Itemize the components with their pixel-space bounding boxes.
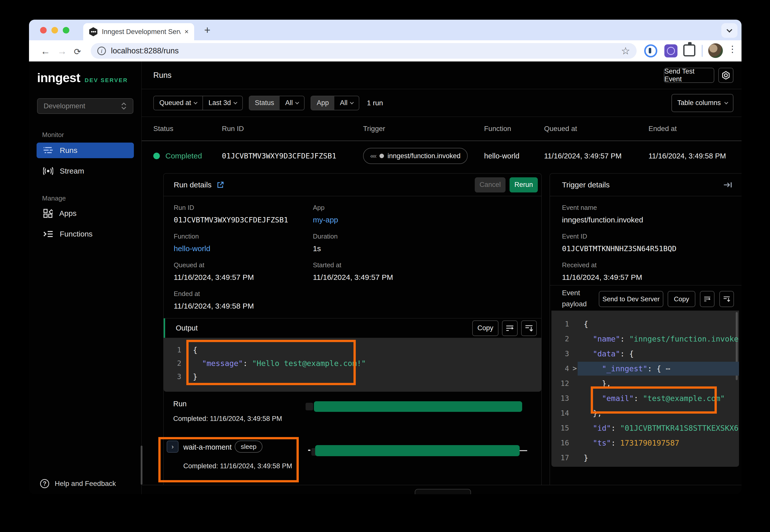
run-id-value: 01JCVBTMV3WXY9D3CFDEJFZSB1: [174, 215, 313, 225]
status-filter-value[interactable]: All: [280, 96, 304, 110]
send-test-event-button[interactable]: Send Test Event: [664, 68, 714, 83]
browser-tab[interactable]: Inngest Development Server ×: [83, 23, 194, 40]
select-updown-icon: [121, 102, 127, 110]
sidebar-item-runs[interactable]: Runs: [37, 143, 134, 158]
col-queued-at: Queued at: [544, 125, 649, 133]
password-manager-extension-icon[interactable]: [644, 44, 657, 57]
payload-scroll-bottom-button[interactable]: [719, 291, 734, 307]
code-line: 17}: [551, 450, 739, 465]
table-header: Status Run ID Trigger Function Queued at…: [142, 117, 742, 141]
tab-search-button[interactable]: [721, 23, 738, 38]
line-number: 3: [551, 350, 569, 358]
event-dot-icon: [379, 154, 384, 158]
rerun-button[interactable]: Rerun: [509, 177, 538, 192]
run-count: 1 run: [367, 99, 383, 107]
queued-at-value: 11/16/2024, 3:49:57 PM: [174, 272, 313, 282]
extensions-puzzle-icon[interactable]: [683, 44, 695, 56]
event-payload-label2: payload: [562, 300, 587, 308]
url-bar[interactable]: i localhost:8288/runs ☆: [91, 43, 637, 59]
output-copy-button[interactable]: Copy: [472, 320, 498, 336]
chevron-down-icon: [233, 100, 237, 104]
settings-gear-button[interactable]: [718, 68, 733, 83]
word-wrap-button[interactable]: [502, 320, 518, 336]
event-id-label: Event ID: [562, 232, 731, 241]
step-timeline-bar[interactable]: [315, 445, 520, 456]
col-status: Status: [153, 125, 222, 133]
maximize-window-button[interactable]: [63, 27, 69, 34]
cutoff-button[interactable]: [415, 489, 471, 494]
table-columns-button[interactable]: Table columns: [672, 94, 733, 112]
page-title: Runs: [153, 71, 171, 80]
url-text[interactable]: localhost:8288/runs: [111, 46, 621, 55]
trigger-event-pill[interactable]: «« inngest/function.invoked: [363, 148, 468, 164]
queued-at-label: Queued at: [174, 261, 313, 269]
line-number: 12: [551, 379, 569, 388]
code-line: 15 "id": "01JCVBTMTKR41S8STTKEXSKX6C",: [551, 421, 739, 436]
external-link-icon[interactable]: [217, 181, 224, 189]
minimize-window-button[interactable]: [51, 27, 58, 34]
cancel-button[interactable]: Cancel: [475, 177, 505, 192]
status-filter[interactable]: Status All: [249, 96, 305, 110]
profile-avatar[interactable]: [708, 43, 723, 58]
scroll-to-bottom-button[interactable]: [521, 320, 537, 336]
sidebar-item-functions[interactable]: Functions: [37, 226, 134, 242]
help-icon: ?: [40, 479, 49, 488]
step-bar-right-line: [520, 450, 527, 451]
queued-at-cell: 11/16/2024, 3:49:57 PM: [544, 152, 649, 160]
run-queue-stub: [306, 403, 313, 410]
duration-label: Duration: [313, 232, 531, 241]
functions-icon: [43, 230, 53, 238]
function-link[interactable]: hello-world: [174, 244, 313, 254]
help-and-feedback[interactable]: ? Help and Feedback: [40, 479, 116, 488]
payload-word-wrap-button[interactable]: [700, 291, 715, 307]
help-label: Help and Feedback: [55, 480, 116, 488]
app-link[interactable]: my-app: [313, 215, 531, 225]
collapse-panel-icon[interactable]: [723, 181, 732, 189]
run-info-grid: Run ID 01JCVBTMV3WXY9D3CFDEJFZSB1 App my…: [163, 196, 541, 318]
back-button[interactable]: ←: [41, 46, 50, 57]
site-info-icon[interactable]: i: [97, 47, 106, 55]
bookmark-star-icon[interactable]: ☆: [621, 45, 630, 57]
line-number: 17: [551, 454, 569, 462]
run-details-panel: Run details Cancel Rerun Run ID 01JCVBTM…: [163, 173, 541, 485]
timeline-run-completed: Completed: 11/16/2024, 3:49:58 PM: [173, 415, 282, 423]
table-row[interactable]: Completed 01JCVBTMV3WXY9D3CFDEJFZSB1 «« …: [142, 141, 742, 171]
line-number: 2: [163, 359, 181, 368]
close-window-button[interactable]: [40, 27, 47, 34]
forward-button[interactable]: →: [57, 46, 67, 57]
time-range-select[interactable]: Last 3d: [203, 96, 242, 110]
sidebar-item-stream[interactable]: Stream: [37, 163, 134, 179]
annotation-box-output: [186, 340, 356, 385]
browser-menu-icon[interactable]: ⋮: [728, 44, 737, 54]
workspace-select[interactable]: Development: [37, 98, 133, 114]
trigger-details-title: Trigger details: [562, 181, 610, 189]
payload-copy-button[interactable]: Copy: [668, 291, 695, 307]
browser-window: Inngest Development Server × + ← → ⟳ i l…: [29, 20, 742, 494]
sidebar-item-apps[interactable]: Apps: [37, 206, 134, 221]
purple-extension-icon[interactable]: [664, 44, 678, 57]
word-wrap-icon: [704, 296, 711, 302]
tab-close-icon[interactable]: ×: [184, 28, 188, 36]
run-id-cell: 01JCVBTMV3WXY9D3CFDEJFZSB1: [222, 152, 363, 160]
app-filter[interactable]: App All: [311, 96, 359, 110]
time-field-select[interactable]: Queued at: [154, 96, 203, 110]
reload-button[interactable]: ⟳: [74, 47, 81, 57]
chevron-down-icon: [727, 27, 732, 33]
started-at-value: 11/16/2024, 3:49:57 PM: [313, 272, 531, 282]
app-filter-label: App: [311, 96, 334, 110]
dev-server-badge: DEV SERVER: [85, 77, 128, 84]
send-to-dev-server-button[interactable]: Send to Dev Server: [599, 291, 663, 307]
status-filter-label: Status: [249, 96, 280, 110]
time-filter[interactable]: Queued at Last 3d: [153, 96, 243, 110]
app-filter-value[interactable]: All: [334, 96, 359, 110]
chevron-down-icon: [295, 100, 299, 104]
function-cell: hello-world: [484, 152, 544, 160]
run-timeline-bar[interactable]: [314, 401, 522, 412]
annotation-box-email: [591, 386, 717, 414]
workspace-select-value: Development: [44, 102, 121, 110]
line-number: 1: [551, 320, 569, 328]
col-run-id: Run ID: [222, 125, 363, 133]
new-tab-button[interactable]: +: [204, 24, 211, 36]
manage-section-label: Manage: [42, 194, 66, 202]
monitor-section-label: Monitor: [42, 131, 64, 139]
